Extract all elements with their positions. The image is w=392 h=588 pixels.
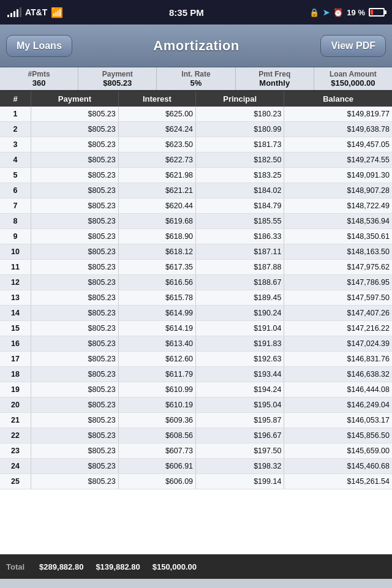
table-cell-0-4: $149,819.77 (284, 107, 392, 122)
table-cell-0-1: $805.23 (31, 107, 119, 122)
table-cell-7-1: $805.23 (31, 214, 119, 229)
table-cell-22-4: $145,659.00 (284, 443, 392, 459)
view-pdf-button[interactable]: View PDF (320, 35, 386, 57)
status-bar: AT&T 📶 8:35 PM 🔒 ➤ ⏰ 19 % (0, 0, 392, 24)
table-cell-23-0: 24 (0, 459, 31, 474)
table-cell-11-2: $616.56 (118, 275, 195, 290)
col-header-principal: Principal (196, 91, 284, 107)
table-cell-8-2: $618.90 (118, 229, 195, 244)
table-cell-0-2: $625.00 (118, 107, 195, 122)
table-cell-1-3: $180.99 (196, 122, 284, 137)
table-cell-12-0: 13 (0, 290, 31, 306)
footer-bar: Total $289,882.80 $139,882.80 $150,000.0… (0, 554, 392, 579)
table-cell-14-3: $191.04 (196, 321, 284, 336)
table-row: 15$805.23$614.19$191.04$147,216.22 (0, 321, 392, 336)
table-cell-21-1: $805.23 (31, 428, 119, 443)
table-cell-22-0: 23 (0, 443, 31, 459)
table-cell-3-1: $805.23 (31, 153, 119, 168)
amortization-table-container[interactable]: # Payment Interest Principal Balance 1$8… (0, 91, 392, 554)
table-cell-19-3: $195.04 (196, 398, 284, 413)
table-row: 18$805.23$611.79$193.44$146,638.32 (0, 367, 392, 382)
table-cell-18-4: $146,444.08 (284, 382, 392, 398)
summary-freq: Pmt Freq Monthly (236, 67, 314, 90)
table-row: 1$805.23$625.00$180.23$149,819.77 (0, 107, 392, 122)
table-body: 1$805.23$625.00$180.23$149,819.772$805.2… (0, 107, 392, 489)
carrier-label: AT&T (25, 7, 47, 17)
amortization-table: # Payment Interest Principal Balance 1$8… (0, 91, 392, 489)
table-cell-7-4: $148,536.94 (284, 214, 392, 229)
table-cell-4-3: $183.25 (196, 168, 284, 183)
lock-icon: 🔒 (309, 8, 319, 17)
back-button[interactable]: My Loans (6, 35, 72, 57)
table-cell-18-2: $610.99 (118, 382, 195, 398)
table-cell-14-2: $614.19 (118, 321, 195, 336)
table-cell-1-4: $149,638.78 (284, 122, 392, 137)
table-cell-8-4: $148,350.61 (284, 229, 392, 244)
table-cell-1-1: $805.23 (31, 122, 119, 137)
table-cell-2-1: $805.23 (31, 137, 119, 153)
footer-interest-total: $139,882.80 (96, 562, 140, 571)
status-left: AT&T 📶 (7, 7, 63, 18)
table-row: 24$805.23$606.91$198.32$145,460.68 (0, 459, 392, 474)
table-cell-21-0: 22 (0, 428, 31, 443)
table-cell-12-1: $805.23 (31, 290, 119, 306)
table-cell-0-0: 1 (0, 107, 31, 122)
footer-total-label: Total (6, 562, 24, 571)
table-cell-10-4: $147,975.62 (284, 260, 392, 275)
table-row: 11$805.23$617.35$187.88$147,975.62 (0, 260, 392, 275)
table-cell-5-0: 6 (0, 183, 31, 198)
table-cell-13-1: $805.23 (31, 306, 119, 321)
table-cell-3-2: $622.73 (118, 153, 195, 168)
col-header-interest: Interest (118, 91, 195, 107)
table-cell-13-3: $190.24 (196, 306, 284, 321)
table-cell-10-3: $187.88 (196, 260, 284, 275)
table-cell-15-0: 16 (0, 336, 31, 352)
table-cell-23-1: $805.23 (31, 459, 119, 474)
table-cell-2-4: $149,457.05 (284, 137, 392, 153)
table-cell-24-0: 25 (0, 474, 31, 489)
table-cell-5-2: $621.21 (118, 183, 195, 198)
table-cell-11-0: 12 (0, 275, 31, 290)
table-cell-18-1: $805.23 (31, 382, 119, 398)
table-cell-23-4: $145,460.68 (284, 459, 392, 474)
footer-principal-total: $150,000.00 (153, 562, 197, 571)
table-cell-9-1: $805.23 (31, 244, 119, 260)
table-cell-20-3: $195.87 (196, 413, 284, 428)
status-right: 🔒 ➤ ⏰ 19 % (309, 8, 385, 17)
table-cell-18-3: $194.24 (196, 382, 284, 398)
table-cell-15-3: $191.83 (196, 336, 284, 352)
table-row: 2$805.23$624.24$180.99$149,638.78 (0, 122, 392, 137)
table-cell-4-0: 5 (0, 168, 31, 183)
table-cell-10-1: $805.23 (31, 260, 119, 275)
table-cell-19-1: $805.23 (31, 398, 119, 413)
table-cell-24-1: $805.23 (31, 474, 119, 489)
table-cell-8-0: 9 (0, 229, 31, 244)
location-icon: ➤ (323, 8, 330, 17)
table-row: 25$805.23$606.09$199.14$145,261.54 (0, 474, 392, 489)
summary-area: #Pmts 360 Payment $805.23 Int. Rate 5% P… (0, 67, 392, 91)
table-cell-15-2: $613.40 (118, 336, 195, 352)
summary-row-1: #Pmts 360 Payment $805.23 Int. Rate 5% P… (0, 67, 392, 90)
table-cell-2-2: $623.50 (118, 137, 195, 153)
table-cell-7-0: 8 (0, 214, 31, 229)
alarm-icon: ⏰ (333, 8, 343, 17)
table-cell-9-4: $148,163.50 (284, 244, 392, 260)
table-row: 7$805.23$620.44$184.79$148,722.49 (0, 198, 392, 214)
table-row: 19$805.23$610.99$194.24$146,444.08 (0, 382, 392, 398)
table-cell-14-0: 15 (0, 321, 31, 336)
table-cell-6-3: $184.79 (196, 198, 284, 214)
table-row: 8$805.23$619.68$185.55$148,536.94 (0, 214, 392, 229)
table-cell-13-4: $147,407.26 (284, 306, 392, 321)
table-cell-10-0: 11 (0, 260, 31, 275)
table-cell-16-3: $192.63 (196, 352, 284, 367)
table-cell-4-4: $149,091.30 (284, 168, 392, 183)
table-row: 20$805.23$610.19$195.04$146,249.04 (0, 398, 392, 413)
table-cell-13-2: $614.99 (118, 306, 195, 321)
table-cell-8-1: $805.23 (31, 229, 119, 244)
col-header-balance: Balance (284, 91, 392, 107)
table-cell-24-3: $199.14 (196, 474, 284, 489)
table-cell-22-2: $607.73 (118, 443, 195, 459)
table-cell-15-4: $147,024.39 (284, 336, 392, 352)
table-cell-6-0: 7 (0, 198, 31, 214)
table-row: 9$805.23$618.90$186.33$148,350.61 (0, 229, 392, 244)
